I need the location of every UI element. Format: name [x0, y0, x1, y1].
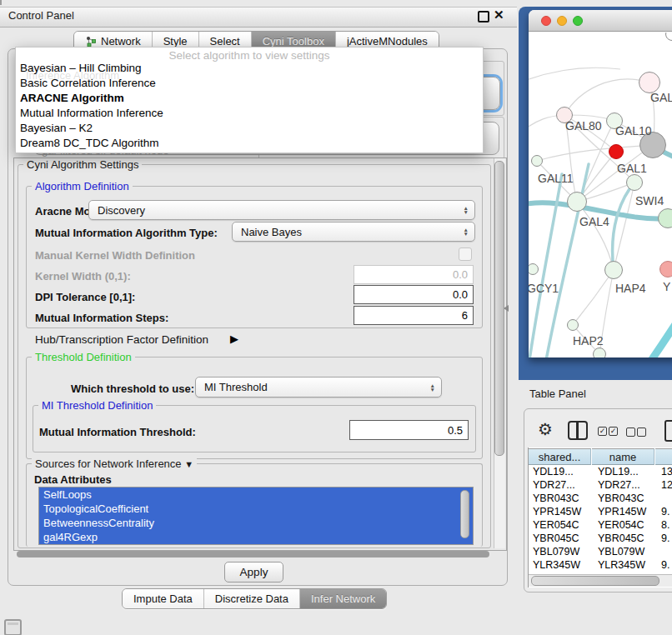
aracne-mode-combobox[interactable]: Discovery ▲▼ — [88, 200, 475, 220]
algorithm-item-bayesian-k2[interactable]: Bayesian – K2 — [16, 121, 483, 136]
tab-discretize-data[interactable]: Discretize Data — [204, 589, 300, 608]
mi-threshold-definition-title: MI Threshold Definition — [38, 399, 156, 412]
column-header-shared-name[interactable]: shared... — [529, 448, 591, 465]
mi-steps-label: Mutual Information Steps: — [35, 312, 168, 324]
algorithm-item-basic-correlation[interactable]: Basic Correlation Inference — [16, 76, 483, 91]
gear-icon[interactable]: ⚙ — [538, 419, 553, 439]
list-item-gal4rgexp[interactable]: gal4RGexp — [39, 530, 473, 544]
node-label: SWI4 — [635, 194, 664, 208]
node-label: GAL4 — [579, 215, 609, 228]
table-row[interactable]: YBL079WYBL079W — [529, 546, 672, 559]
data-attributes-list: SelfLoops TopologicalCoefficient Between… — [38, 487, 474, 545]
column-header-name[interactable]: name — [592, 448, 654, 465]
algorithm-item-aracne[interactable]: ARACNE Algorithm — [16, 91, 483, 106]
combo-arrows-icon: ▲▼ — [464, 201, 469, 219]
table-body: YDL19...YDL19...13 YDR27...YDR27...12 YB… — [529, 466, 672, 575]
tab-impute-data[interactable]: Impute Data — [123, 589, 204, 608]
mi-algorithm-type-combobox[interactable]: Naive Bayes ▲▼ — [232, 222, 475, 242]
network-window-titlebar[interactable] — [529, 10, 672, 32]
table-row[interactable]: YBR045CYBR045C9. — [529, 532, 672, 546]
node-label: GAL1 — [617, 162, 647, 175]
table-row[interactable]: YLR345WYLR345W9. — [529, 559, 672, 572]
node-label: GAL80 — [565, 119, 602, 132]
node-label: HAP2 — [573, 334, 604, 348]
float-window-icon[interactable] — [478, 11, 489, 22]
table-row[interactable]: YDL19...YDL19...13 — [529, 466, 672, 479]
tab-network-label: Network — [101, 35, 141, 48]
hub-definition-label: Hub/Transcription Factor Definition — [35, 333, 208, 346]
algorithm-item-bayesian-hill-climbing[interactable]: Bayesian – Hill Climbing — [16, 61, 483, 76]
dpi-tolerance-field[interactable]: 0.0 — [354, 285, 474, 304]
minimize-traffic-light-icon[interactable] — [557, 16, 567, 26]
threshold-definition-title: Threshold Definition — [32, 351, 135, 363]
node-swi4[interactable] — [658, 208, 672, 228]
manual-kernel-width-label: Manual Kernel Width Definition — [35, 249, 195, 262]
docked-panel-icon[interactable] — [4, 619, 22, 635]
zoom-traffic-light-icon[interactable] — [573, 16, 583, 26]
node-gal4[interactable] — [567, 192, 587, 212]
node-label: Y — [663, 280, 670, 293]
deselect-all-icon[interactable] — [637, 428, 646, 437]
table-hscrollbar-thumb[interactable] — [531, 576, 659, 586]
collapsed-arrow-icon[interactable]: ▶ — [230, 332, 238, 345]
columns-icon[interactable] — [568, 421, 588, 440]
node-red-selected[interactable] — [609, 144, 624, 159]
table-row[interactable]: YBR043CYBR043C — [529, 492, 672, 506]
kernel-width-field[interactable]: 0.0 — [354, 265, 474, 284]
node-label: GAL — [650, 91, 672, 104]
dpi-tolerance-label: DPI Tolerance [0,1]: — [35, 291, 135, 303]
node-label: HAP4 — [615, 282, 646, 295]
bottom-tabbar: Impute Data Discretize Data Infer Networ… — [122, 588, 387, 609]
tab-infer-network[interactable]: Infer Network — [300, 589, 386, 608]
list-scrollbar-thumb[interactable] — [460, 490, 469, 538]
algorithm-item-mutual-information[interactable]: Mutual Information Inference — [16, 106, 483, 121]
which-threshold-combobox[interactable]: MI Threshold ▲▼ — [195, 377, 442, 398]
network-window[interactable]: GAL80 GAL10 GAL1 GAL11 SWI4 GAL4 GCY1 HA… — [529, 10, 672, 358]
list-item-betweennesscentrality[interactable]: BetweennessCentrality — [39, 516, 473, 530]
table-row[interactable]: YPR145WYPR145W9. — [529, 506, 672, 519]
mi-threshold-label: Mutual Information Threshold: — [39, 426, 196, 438]
select-all-check-icon[interactable]: ✓ — [598, 427, 607, 436]
node-gal1[interactable] — [626, 174, 643, 191]
network-icon — [85, 36, 97, 48]
column-header-clipped[interactable] — [655, 448, 672, 465]
algorithm-definition-title: Algorithm Definition — [32, 180, 133, 192]
screen: Control Panel ✕ Network Style Select Cyn… — [0, 0, 672, 635]
window-edge-tick — [0, 0, 2, 5]
algorithm-dropdown-popup: Select algorithm to view settings Infere… — [15, 47, 484, 153]
table-row[interactable]: YDR27...YDR27...12 — [529, 479, 672, 492]
mi-threshold-field[interactable]: 0.5 — [349, 420, 469, 440]
which-threshold-label: Which threshold to use: — [71, 382, 194, 395]
node-gal11[interactable] — [531, 155, 543, 167]
combo-arrows-icon: ▲▼ — [430, 378, 435, 397]
deselect-all-icon[interactable] — [626, 428, 635, 437]
list-item-selfloops[interactable]: SelfLoops — [39, 488, 473, 502]
table-row[interactable]: YER054CYER054C8. — [529, 519, 672, 532]
select-all-check-icon[interactable]: ✓ — [609, 427, 618, 436]
node-unlabeled-bottom[interactable] — [593, 348, 606, 358]
table-panel-title: Table Panel — [529, 388, 586, 400]
manual-kernel-width-checkbox[interactable] — [459, 248, 472, 261]
apply-button[interactable]: Apply — [224, 562, 283, 582]
split-pane-collapse-icon[interactable] — [504, 305, 509, 312]
algorithm-item-dream8[interactable]: Dream8 DC_TDC Algorithm — [16, 136, 483, 151]
close-icon[interactable]: ✕ — [494, 8, 504, 22]
cyni-algorithm-settings-title: Cyni Algorithm Settings — [23, 158, 142, 171]
node-hap2[interactable] — [567, 319, 579, 331]
expanded-arrow-icon[interactable]: ▼ — [184, 459, 193, 469]
mi-steps-field[interactable]: 6 — [354, 306, 474, 325]
control-panel-titlebar[interactable] — [0, 7, 517, 28]
node-label: GAL11 — [538, 172, 574, 185]
clipped-toolbar-icon[interactable] — [664, 420, 672, 442]
data-attributes-label: Data Attributes — [34, 473, 112, 486]
kernel-width-label: Kernel Width (0,1): — [35, 270, 131, 282]
close-traffic-light-icon[interactable] — [541, 16, 551, 26]
node-label: GAL10 — [615, 124, 652, 138]
control-panel-title: Control Panel — [8, 9, 74, 22]
node-hap4[interactable] — [604, 261, 623, 279]
network-canvas[interactable]: GAL80 GAL10 GAL1 GAL11 SWI4 GAL4 GCY1 HA… — [529, 32, 672, 358]
algorithm-placeholder: Select algorithm to view settings — [16, 49, 483, 62]
list-item-topologicalcoefficient[interactable]: TopologicalCoefficient — [39, 502, 473, 516]
node-y-clipped[interactable] — [659, 261, 672, 278]
settings-hscrollbar-thumb[interactable] — [17, 551, 489, 558]
